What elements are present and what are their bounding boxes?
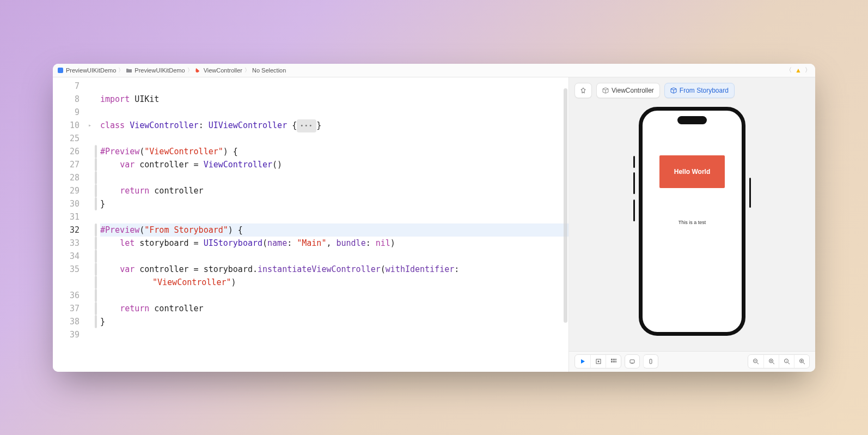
fold-indicator xyxy=(88,250,95,263)
warning-icon[interactable]: ▲ xyxy=(795,67,802,74)
svg-marker-1 xyxy=(581,359,585,364)
code-line[interactable]: var controller = ViewController() xyxy=(100,158,569,171)
svg-rect-10 xyxy=(630,360,634,363)
fold-indicator xyxy=(88,223,95,237)
code-line[interactable]: class ViewController: UIViewController {… xyxy=(100,119,569,132)
subtext-label: This is a test xyxy=(643,220,742,225)
svg-rect-7 xyxy=(611,361,613,362)
code-line[interactable]: "ViewController") xyxy=(100,276,569,289)
svg-rect-9 xyxy=(615,361,616,362)
line-number: 31 xyxy=(53,210,85,223)
code-line[interactable]: #Preview("From Storyboard") { xyxy=(100,223,569,237)
line-number: 33 xyxy=(53,237,85,250)
hello-world-box: Hello World xyxy=(659,155,725,188)
line-number: 39 xyxy=(53,328,85,341)
preview-mode-group xyxy=(574,354,621,368)
fold-indicator xyxy=(88,184,95,197)
fold-indicator xyxy=(88,197,95,210)
variants-button[interactable] xyxy=(606,355,621,368)
pin-button[interactable] xyxy=(574,83,592,98)
code-line[interactable]: var controller = storyboard.instantiateV… xyxy=(100,263,569,276)
preview-tab-storyboard[interactable]: From Storyboard xyxy=(664,83,735,98)
code-line[interactable] xyxy=(100,80,569,93)
line-number: 25 xyxy=(53,132,85,145)
fold-indicator xyxy=(88,328,95,341)
hello-label: Hello World xyxy=(674,168,710,176)
code-line[interactable]: return controller xyxy=(100,302,569,315)
swift-icon xyxy=(195,67,201,74)
code-line[interactable]: #Preview("ViewController") { xyxy=(100,145,569,158)
svg-rect-4 xyxy=(611,359,613,360)
code-line[interactable] xyxy=(100,328,569,341)
line-number: 32 xyxy=(53,223,85,237)
preview-tabs: ViewController From Storyboard xyxy=(569,77,815,104)
breadcrumb-label: PreviewUIKitDemo xyxy=(66,67,116,74)
zoom-fit-button[interactable] xyxy=(763,355,779,368)
line-number: 34 xyxy=(53,250,85,263)
device-canvas[interactable]: Hello World This is a test xyxy=(569,104,815,351)
preview-tab-label: From Storyboard xyxy=(680,87,729,94)
line-number: 26 xyxy=(53,145,85,158)
code-line[interactable]: return controller xyxy=(100,184,569,197)
line-number: 9 xyxy=(53,106,85,119)
fold-indicator xyxy=(88,106,95,119)
zoom-out-button[interactable] xyxy=(748,355,763,368)
fold-indicator xyxy=(88,210,95,223)
selectable-button[interactable] xyxy=(590,355,606,368)
device-side-button xyxy=(633,172,635,194)
code-line[interactable] xyxy=(100,210,569,223)
code-line[interactable]: } xyxy=(100,315,569,328)
chevron-right-icon: 〉 xyxy=(244,67,250,74)
code-line[interactable]: } xyxy=(100,197,569,210)
zoom-actual-button[interactable]: 1 xyxy=(779,355,794,368)
orientation-button[interactable] xyxy=(643,354,658,368)
breadcrumb-item-selection[interactable]: No Selection xyxy=(252,67,286,74)
chevron-right-icon: 〉 xyxy=(187,67,193,74)
line-number: 37 xyxy=(53,302,85,315)
fold-ellipsis[interactable]: ••• xyxy=(297,119,316,132)
cube-icon xyxy=(602,87,609,94)
device-side-button xyxy=(749,178,751,208)
fold-indicator xyxy=(88,276,95,289)
code-area[interactable]: import UIKitclass ViewController: UIView… xyxy=(97,77,569,372)
device-settings-button[interactable] xyxy=(625,354,640,368)
fold-column: ▸ xyxy=(88,77,95,372)
code-line[interactable]: let storyboard = UIStoryboard(name: "Mai… xyxy=(100,237,569,250)
code-line[interactable] xyxy=(100,250,569,263)
zoom-in-button[interactable] xyxy=(794,355,809,368)
code-line[interactable] xyxy=(100,289,569,302)
code-line[interactable]: import UIKit xyxy=(100,93,569,106)
preview-tab-label: ViewController xyxy=(612,87,654,94)
code-line[interactable] xyxy=(100,171,569,184)
fold-indicator xyxy=(88,315,95,328)
breadcrumb-label: ViewController xyxy=(204,67,242,74)
code-line[interactable] xyxy=(100,106,569,119)
vertical-scrollbar[interactable] xyxy=(564,88,567,323)
preview-toolbar: 1 xyxy=(569,351,815,372)
preview-tab-viewcontroller[interactable]: ViewController xyxy=(596,83,660,98)
play-button[interactable] xyxy=(575,355,590,368)
dynamic-island xyxy=(677,116,707,124)
fold-indicator xyxy=(88,93,95,106)
svg-line-21 xyxy=(788,362,790,364)
code-editor[interactable]: 78910252627282930313233343536373839 ▸ im… xyxy=(53,77,569,372)
svg-rect-0 xyxy=(58,68,63,73)
breadcrumb-item-folder[interactable]: PreviewUIKitDemo xyxy=(126,67,185,74)
breadcrumb-item-project[interactable]: PreviewUIKitDemo xyxy=(57,67,116,74)
svg-rect-12 xyxy=(650,359,652,364)
breadcrumb-item-file[interactable]: ViewController xyxy=(195,67,242,74)
fold-indicator xyxy=(88,158,95,171)
code-line[interactable] xyxy=(100,132,569,145)
svg-line-14 xyxy=(757,362,759,364)
breadcrumb-bar: PreviewUIKitDemo 〉 PreviewUIKitDemo 〉 Vi… xyxy=(53,64,815,77)
fold-indicator xyxy=(88,171,95,184)
device-side-button xyxy=(633,200,635,221)
fold-indicator[interactable]: ▸ xyxy=(88,119,95,132)
svg-rect-6 xyxy=(615,359,616,360)
chevron-left-icon[interactable]: 〈 xyxy=(786,66,792,74)
line-number: 28 xyxy=(53,171,85,184)
line-gutter: 78910252627282930313233343536373839 xyxy=(53,77,88,372)
preview-pane: ViewController From Storyboard He xyxy=(569,77,815,372)
chevron-right-icon[interactable]: 〉 xyxy=(805,66,811,74)
line-number: 8 xyxy=(53,93,85,106)
